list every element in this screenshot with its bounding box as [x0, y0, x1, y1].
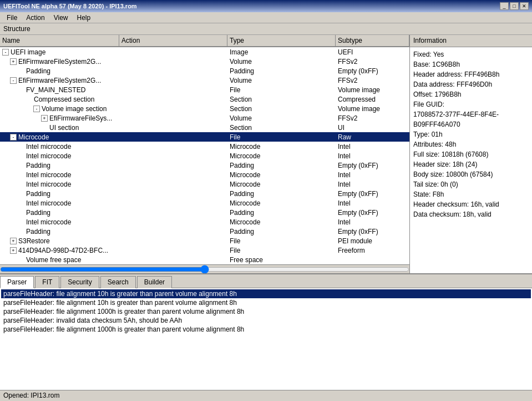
tree-toggle[interactable]: - — [2, 49, 9, 56]
list-item[interactable]: parseFileHeader: file alignment 10h is g… — [1, 298, 531, 307]
tree-node-name: Padding — [26, 209, 50, 217]
tree-toggle[interactable]: - — [33, 106, 40, 112]
log-content[interactable]: parseFileHeader: file alignment 10h is g… — [0, 288, 532, 390]
table-row[interactable]: FV_MAIN_NESTEDFileVolume image — [0, 85, 409, 94]
table-row[interactable]: -Volume image sectionSectionVolume image — [0, 104, 409, 113]
tree-cell-type: File — [227, 245, 336, 255]
tree-cell-action — [119, 132, 227, 142]
list-item[interactable]: parseFileHeader: file alignment 1000h is… — [1, 325, 531, 334]
tab-parser[interactable]: Parser — [0, 276, 34, 288]
table-row[interactable]: UI sectionSectionUI — [0, 123, 409, 132]
table-row[interactable]: Intel microcodeMicrocodeIntel — [0, 142, 409, 151]
tree-node-name: Compressed section — [34, 96, 94, 103]
tree-cell-name: Intel microcode — [0, 142, 119, 151]
tree-toggle[interactable]: + — [10, 58, 17, 65]
tree-cell-action — [119, 189, 227, 198]
tree-cell-action — [119, 123, 227, 132]
tree-cell-action — [119, 217, 227, 227]
info-line: Type: 01h — [413, 129, 529, 139]
tab-fit[interactable]: FIT — [35, 276, 59, 288]
tree-node-name: EfiFirmwareFileSystem2G... — [18, 58, 101, 66]
info-line: Full size: 10818h (67608) — [413, 149, 529, 159]
info-line: Attributes: 48h — [413, 139, 529, 149]
tree-cell-type: Microcode — [227, 170, 336, 179]
table-row[interactable]: +EfiFirmwareFileSys...VolumeFFSv2 — [0, 113, 409, 123]
tree-cell-name: Intel microcode — [0, 198, 119, 208]
tree-toggle[interactable]: + — [41, 115, 48, 122]
tree-toggle[interactable]: + — [10, 247, 17, 254]
tab-search[interactable]: Search — [100, 276, 136, 288]
table-row[interactable]: Intel microcodeMicrocodeIntel — [0, 170, 409, 179]
tree-cell-type: Image — [227, 47, 336, 57]
table-row[interactable]: Intel microcodeMicrocodeIntel — [0, 217, 409, 227]
tree-cell-action — [119, 179, 227, 189]
status-bar: Opened: IPI13.rom — [0, 390, 532, 401]
tree-node-name: S3Restore — [18, 237, 50, 245]
tree-cell-subtype: Empty (0xFF) — [336, 227, 409, 236]
minimize-button[interactable]: _ — [500, 2, 509, 10]
table-row[interactable]: Compressed sectionSectionCompressed — [0, 94, 409, 104]
table-row[interactable]: Intel microcodeMicrocodeIntel — [0, 151, 409, 161]
tree-toggle[interactable]: + — [10, 238, 17, 244]
info-line: Header address: FFF496B8h — [413, 69, 529, 79]
table-row[interactable]: Intel microcodeMicrocodeIntel — [0, 179, 409, 189]
table-row[interactable]: PaddingPaddingEmpty (0xFF) — [0, 161, 409, 170]
tab-security[interactable]: Security — [60, 276, 99, 288]
tree-cell-action — [119, 151, 227, 161]
info-line: Tail size: 0h (0) — [413, 179, 529, 189]
tab-builder[interactable]: Builder — [137, 276, 172, 288]
tree-header-name[interactable]: Name — [0, 35, 119, 46]
info-line: Base: 1C96B8h — [413, 59, 529, 69]
tree-cell-subtype: Empty (0xFF) — [336, 189, 409, 198]
tree-node-name: Intel microcode — [26, 199, 71, 207]
tree-cell-name: UI section — [0, 123, 119, 132]
table-row[interactable]: Volume free spaceFree space — [0, 255, 409, 264]
tree-toggle[interactable]: - — [10, 134, 17, 141]
table-row[interactable]: Intel microcodeMicrocodeIntel — [0, 198, 409, 208]
tree-cell-type: Volume — [227, 76, 336, 85]
table-row[interactable]: PaddingPaddingEmpty (0xFF) — [0, 208, 409, 217]
tree-cell-name: Intel microcode — [0, 151, 119, 161]
tree-cell-type: Padding — [227, 189, 336, 198]
menu-item-view[interactable]: View — [49, 13, 73, 22]
table-row[interactable]: -MicrocodeFileRaw — [0, 132, 409, 142]
table-row[interactable]: +414D94AD-998D-47D2-BFC...FileFreeform — [0, 245, 409, 255]
table-row[interactable]: PaddingPaddingEmpty (0xFF) — [0, 66, 409, 76]
info-line: File GUID: — [413, 99, 529, 109]
tree-header-subtype[interactable]: Subtype — [336, 35, 409, 46]
table-row[interactable]: PaddingPaddingEmpty (0xFF) — [0, 227, 409, 236]
menu-item-file[interactable]: File — [2, 13, 22, 22]
tree-node-name: Microcode — [18, 133, 49, 141]
menu-item-action[interactable]: Action — [22, 13, 49, 22]
tree-cell-subtype: FFSv2 — [336, 57, 409, 66]
table-row[interactable]: +EfiFirmwareFileSystem2G...VolumeFFSv2 — [0, 57, 409, 66]
list-item[interactable]: parseFileHeader: file alignment 10h is g… — [1, 289, 531, 298]
hscroll-slider[interactable] — [0, 265, 409, 274]
tree-cell-name: +EfiFirmwareFileSys... — [0, 113, 119, 123]
list-item[interactable]: parseFileHeader: file alignment 1000h is… — [1, 307, 531, 316]
tree-cell-name: -UEFI image — [0, 47, 119, 57]
tree-cell-name: Padding — [0, 161, 119, 170]
tree-content[interactable]: -UEFI imageImageUEFI+EfiFirmwareFileSyst… — [0, 47, 409, 264]
tree-cell-type: Padding — [227, 208, 336, 217]
tree-cell-name: Intel microcode — [0, 170, 119, 179]
close-button[interactable]: ✕ — [520, 2, 529, 10]
table-row[interactable]: PaddingPaddingEmpty (0xFF) — [0, 189, 409, 198]
table-row[interactable]: -UEFI imageImageUEFI — [0, 47, 409, 57]
tree-cell-name: -EfiFirmwareFileSystem2G... — [0, 76, 119, 85]
table-row[interactable]: +S3RestoreFilePEI module — [0, 236, 409, 245]
tree-cell-name: -Volume image section — [0, 104, 119, 113]
status-text: Opened: IPI13.rom — [3, 392, 59, 399]
tree-cell-type: Padding — [227, 66, 336, 76]
tree-cell-name: Padding — [0, 189, 119, 198]
maximize-button[interactable]: □ — [510, 2, 519, 10]
tree-header-type[interactable]: Type — [227, 35, 336, 46]
tree-cell-name: Intel microcode — [0, 179, 119, 189]
tree-cell-subtype: Intel — [336, 142, 409, 151]
menu-item-help[interactable]: Help — [73, 13, 95, 22]
tree-toggle[interactable]: - — [10, 77, 17, 84]
tree-header-action[interactable]: Action — [119, 35, 227, 46]
list-item[interactable]: parseFileHeader: invalid data checksum 5… — [1, 316, 531, 325]
table-row[interactable]: -EfiFirmwareFileSystem2G...VolumeFFSv2 — [0, 76, 409, 85]
tree-horizontal-scrollbar[interactable] — [0, 264, 409, 273]
